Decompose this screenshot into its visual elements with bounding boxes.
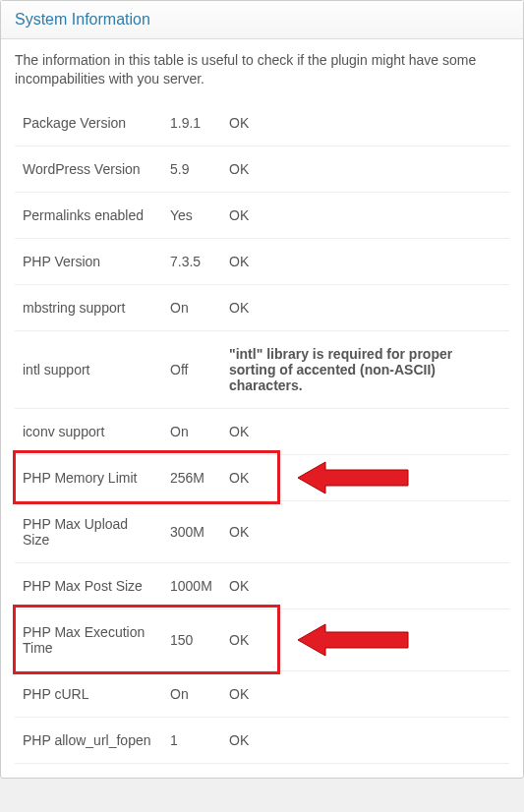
row-status: OK	[221, 454, 509, 500]
system-info-panel: System Information The information in th…	[0, 0, 524, 779]
row-value: Yes	[162, 192, 221, 238]
row-label: PHP cURL	[15, 670, 162, 717]
row-value: 1.9.1	[162, 100, 221, 146]
row-status: OK	[221, 238, 509, 284]
table-row: iconv support On OK	[15, 408, 509, 454]
row-value: On	[162, 408, 221, 454]
row-value: 150	[162, 609, 221, 670]
row-label: mbstring support	[15, 284, 162, 330]
row-label: PHP Max Execution Time	[15, 609, 162, 670]
row-value: 1	[162, 717, 221, 763]
row-value: 256M	[162, 454, 221, 500]
row-status: OK	[221, 145, 509, 192]
row-label: intl support	[15, 330, 162, 408]
row-value: 300M	[162, 500, 221, 562]
table-row: PHP allow_url_fopen 1 OK	[15, 717, 509, 763]
table-row: PHP Memory Limit 256M OK	[15, 454, 509, 500]
row-status: OK	[221, 284, 509, 330]
table-row: Package Version 1.9.1 OK	[15, 100, 509, 146]
row-status: OK	[221, 670, 509, 717]
system-info-table: Package Version 1.9.1 OK WordPress Versi…	[15, 100, 509, 764]
row-value: 7.3.5	[162, 238, 221, 284]
row-status: "intl" library is required for proper so…	[221, 330, 509, 408]
row-label: PHP Memory Limit	[15, 454, 162, 500]
row-status: OK	[221, 500, 509, 562]
row-value: Off	[162, 330, 221, 408]
table-row: PHP Max Execution Time 150 OK	[15, 609, 509, 670]
row-label: PHP allow_url_fopen	[15, 717, 162, 763]
table-row: Permalinks enabled Yes OK	[15, 192, 509, 238]
row-label: PHP Max Post Size	[15, 562, 162, 609]
table-row: PHP Max Upload Size 300M OK	[15, 500, 509, 562]
table-row: intl support Off "intl" library is requi…	[15, 330, 509, 408]
table-row: PHP Version 7.3.5 OK	[15, 238, 509, 284]
row-label: WordPress Version	[15, 145, 162, 192]
row-status: OK	[221, 717, 509, 763]
row-status: OK	[221, 100, 509, 146]
row-label: PHP Version	[15, 238, 162, 284]
row-value: 1000M	[162, 562, 221, 609]
row-label: iconv support	[15, 408, 162, 454]
table-row: mbstring support On OK	[15, 284, 509, 330]
row-value: On	[162, 670, 221, 717]
row-value: 5.9	[162, 145, 221, 192]
table-row: WordPress Version 5.9 OK	[15, 145, 509, 192]
row-status: OK	[221, 192, 509, 238]
table-row: PHP cURL On OK	[15, 670, 509, 717]
panel-description: The information in this table is useful …	[15, 51, 509, 88]
table-row: PHP Max Post Size 1000M OK	[15, 562, 509, 609]
row-label: PHP Max Upload Size	[15, 500, 162, 562]
panel-title: System Information	[1, 1, 523, 39]
row-status: OK	[221, 609, 509, 670]
row-label: Package Version	[15, 100, 162, 146]
row-value: On	[162, 284, 221, 330]
panel-body: The information in this table is useful …	[1, 39, 523, 778]
row-label: Permalinks enabled	[15, 192, 162, 238]
row-status: OK	[221, 408, 509, 454]
row-status: OK	[221, 562, 509, 609]
